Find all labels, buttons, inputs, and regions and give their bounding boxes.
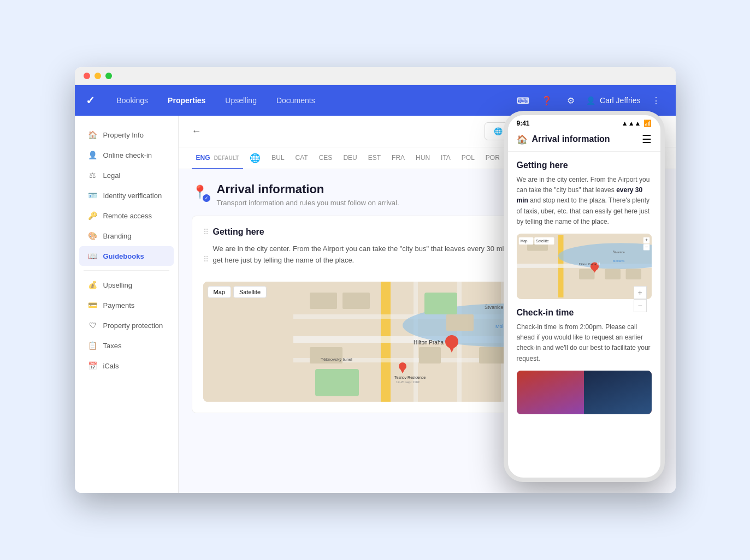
sidebar-item-taxes[interactable]: 📋 Taxes: [79, 336, 174, 355]
sidebar-label-payments: Payments: [103, 301, 135, 309]
map-btn-satellite[interactable]: Satellite: [233, 286, 267, 298]
lang-tab-ces[interactable]: CES: [315, 147, 337, 169]
mobile-menu-icon[interactable]: ☰: [642, 133, 652, 146]
zoom-in-button[interactable]: +: [634, 286, 647, 299]
more-icon[interactable]: ⋮: [647, 92, 665, 109]
svg-rect-10: [315, 369, 359, 396]
map-btn-map[interactable]: Map: [208, 286, 231, 298]
user-avatar-icon: 👤: [586, 96, 595, 105]
lang-tab-pol[interactable]: POL: [457, 147, 479, 169]
sidebar-item-icals[interactable]: 📅 iCals: [79, 356, 174, 376]
sidebar-divider: [84, 270, 169, 271]
sidebar-item-property-protection[interactable]: 🛡 Property protection: [79, 315, 174, 335]
nav-item-documents[interactable]: Documents: [268, 92, 324, 109]
page-title: Arrival information: [217, 182, 399, 196]
sidebar-item-online-checkin[interactable]: 👤 Online check-in: [79, 145, 174, 165]
lang-tab-cat[interactable]: CAT: [291, 147, 312, 169]
dot-green[interactable]: [105, 73, 112, 79]
property-info-icon: 🏠: [88, 130, 98, 139]
svg-text:+: +: [645, 237, 648, 243]
dot-yellow[interactable]: [95, 73, 101, 79]
mobile-status-bar: 9:41 ▲▲▲ 📶: [508, 115, 660, 127]
legal-icon: ⚖: [88, 171, 98, 180]
nav-item-upselling[interactable]: Upselling: [216, 92, 265, 109]
default-badge: DEFAULT: [214, 155, 239, 161]
nav-user[interactable]: 👤 Carl Jeffries: [586, 96, 640, 105]
lang-tab-eng[interactable]: ENG DEFAULT: [192, 147, 244, 169]
sidebar-label-legal: Legal: [103, 171, 121, 180]
lang-tab-est[interactable]: EST: [364, 147, 385, 169]
sidebar: 🏠 Property Info 👤 Online check-in ⚖ Lega…: [75, 116, 179, 493]
svg-rect-12: [342, 293, 370, 309]
translate-icon: 🌐: [494, 127, 503, 135]
mobile-content: Getting here We are in the city center. …: [508, 152, 660, 478]
upselling-icon: 💰: [88, 281, 98, 289]
svg-rect-14: [419, 347, 441, 364]
mobile-time: 9:41: [517, 120, 530, 127]
lang-tab-ita[interactable]: ITA: [436, 147, 455, 169]
nav-right: ⌨ ❓ ⚙ 👤 Carl Jeffries ⋮: [514, 92, 664, 109]
svg-text:Těšnovský tunel: Těšnovský tunel: [321, 357, 352, 362]
sidebar-item-branding[interactable]: 🎨 Branding: [79, 226, 174, 246]
mobile-map: H Hilton Praha Štvanice Moldava Map Sate…: [517, 234, 652, 299]
settings-icon[interactable]: ⚙: [562, 92, 580, 109]
sidebar-item-legal[interactable]: ⚖ Legal: [79, 165, 174, 185]
zoom-out-button[interactable]: −: [634, 299, 647, 312]
svg-text:Map: Map: [520, 239, 527, 243]
icals-icon: 📅: [88, 361, 98, 370]
mobile-signal: ▲▲▲ 📶: [622, 120, 652, 127]
sidebar-item-payments[interactable]: 💳 Payments: [79, 295, 174, 315]
property-protection-icon: 🛡: [88, 321, 98, 330]
svg-text:−: −: [645, 244, 648, 250]
page-title-section: Arrival information Transport informatio…: [217, 182, 399, 207]
svg-text:Štvanice: Štvanice: [485, 305, 504, 310]
mobile-checkin-text: Check-in time is from 2:00pm. Please cal…: [517, 322, 652, 364]
sidebar-item-guidebooks[interactable]: 📖 Guidebooks: [79, 246, 174, 266]
svg-text:Hilton Praha: Hilton Praha: [579, 263, 597, 266]
lang-eng-label: ENG: [196, 154, 210, 162]
guidebooks-icon: 📖: [88, 252, 98, 260]
lang-tab-hun[interactable]: HUN: [411, 147, 434, 169]
lang-tab-fra[interactable]: FRA: [387, 147, 409, 169]
sidebar-item-remote-access[interactable]: 🔑 Remote access: [79, 206, 174, 225]
mobile-checkin-title: Check-in time: [517, 308, 652, 318]
mobile-text-getting-here: We are in the city center. From the Airp…: [517, 175, 652, 227]
nav-logo: ✓: [86, 94, 95, 107]
mobile-nav-bar: 🏠 Arrival information ☰: [508, 127, 660, 152]
identity-icon: 🪪: [88, 191, 98, 200]
sidebar-label-identity: Identity verification: [103, 192, 162, 200]
svg-rect-39: [625, 269, 641, 279]
help-icon[interactable]: ❓: [538, 92, 556, 109]
sidebar-label-property-protection: Property protection: [103, 321, 163, 330]
nav-items: Bookings Properties Upselling Documents: [108, 92, 515, 109]
svg-text:Tesnov Residence: Tesnov Residence: [394, 376, 426, 379]
mobile-photo-strip: [517, 371, 652, 414]
map-zoom: + −: [634, 286, 647, 312]
drag-handle-icon[interactable]: ⠿: [203, 228, 209, 236]
signal-bars-icon: ▲▲▲: [622, 120, 641, 127]
sidebar-label-property-info: Property Info: [103, 131, 144, 139]
svg-text:19-20 sept 116€: 19-20 sept 116€: [396, 380, 420, 384]
sidebar-item-identity-verification[interactable]: 🪪 Identity verification: [79, 186, 174, 205]
svg-rect-11: [310, 293, 337, 309]
dot-red[interactable]: [84, 73, 90, 79]
sidebar-item-property-info[interactable]: 🏠 Property Info: [79, 125, 174, 145]
nav-item-bookings[interactable]: Bookings: [108, 92, 157, 109]
sidebar-item-upselling[interactable]: 💰 Upselling: [79, 275, 174, 295]
svg-rect-38: [605, 269, 621, 279]
sidebar-label-taxes: Taxes: [103, 342, 122, 350]
keyboard-icon[interactable]: ⌨: [514, 92, 532, 109]
sidebar-label-remote-access: Remote access: [103, 212, 152, 220]
sidebar-label-online-checkin: Online check-in: [103, 151, 152, 159]
lang-tab-deu[interactable]: DEU: [339, 147, 361, 169]
svg-rect-15: [446, 314, 474, 331]
mobile-home-icon: 🏠: [517, 134, 528, 145]
svg-text:Štvanice: Štvanice: [612, 251, 624, 254]
verified-badge: ✓: [203, 194, 210, 202]
lang-tab-por[interactable]: POR: [481, 147, 504, 169]
back-button[interactable]: ←: [192, 126, 202, 137]
drag-handle-text-icon[interactable]: ⠿: [203, 255, 209, 264]
nav-item-properties[interactable]: Properties: [159, 92, 214, 109]
lang-tab-bul[interactable]: BUL: [267, 147, 288, 169]
svg-rect-9: [424, 293, 457, 314]
